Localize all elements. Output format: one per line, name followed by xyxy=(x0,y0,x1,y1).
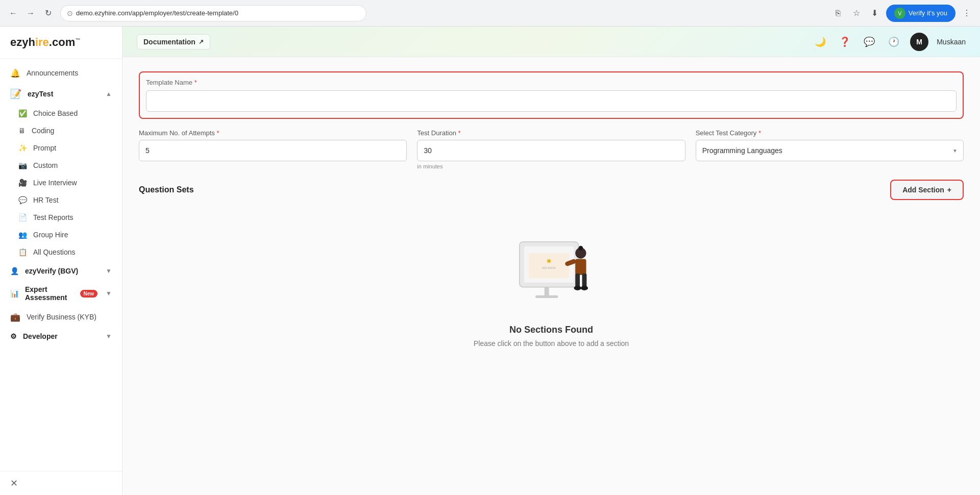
max-attempts-label: Maximum No. of Attempts * xyxy=(139,129,407,137)
add-section-label: Add Section xyxy=(902,186,944,194)
ezybgv-chevron-icon: ▼ xyxy=(106,267,112,275)
logo: ezyhire.com™ xyxy=(10,36,112,49)
ezytest-icon: 📝 xyxy=(10,88,21,100)
verify-business-icon: 💼 xyxy=(10,312,20,322)
announcements-label: Announcements xyxy=(27,69,78,77)
test-category-select[interactable]: Programming Languages Data Structures Al… xyxy=(696,140,964,161)
all-questions-label: All Questions xyxy=(33,248,75,256)
svg-rect-3 xyxy=(535,295,558,298)
external-link-icon: ↗ xyxy=(199,38,204,45)
svg-point-14 xyxy=(578,246,583,251)
add-section-plus-icon: + xyxy=(947,186,951,194)
sidebar-item-live-interview[interactable]: 🎥 Live Interview xyxy=(0,174,122,191)
sidebar-item-group-hire[interactable]: 👥 Group Hire xyxy=(0,226,122,243)
prompt-label: Prompt xyxy=(33,144,56,152)
choice-based-label: Choice Based xyxy=(33,109,78,117)
test-duration-col: Test Duration * in minutes xyxy=(417,129,685,169)
close-sidebar-button[interactable]: ✕ xyxy=(10,478,112,489)
empty-title: No Sections Found xyxy=(509,325,593,335)
sidebar-item-developer[interactable]: ⚙ Developer ▼ xyxy=(0,327,122,345)
expert-assessment-icon: 📊 xyxy=(10,289,19,298)
max-attempts-input[interactable] xyxy=(139,140,407,161)
top-bar: Documentation ↗ 🌙 ❓ 💬 🕐 M Muskaan xyxy=(122,27,980,57)
form-area: Template Name * Maximum No. of Attempts … xyxy=(122,57,980,495)
reload-button[interactable]: ↻ xyxy=(41,6,55,20)
logo-area: ezyhire.com™ xyxy=(0,27,122,59)
ezybgv-label: ezyVerify (BGV) xyxy=(25,267,78,275)
coding-label: Coding xyxy=(32,127,54,135)
sidebar-item-choice-based[interactable]: ✅ Choice Based xyxy=(0,105,122,122)
menu-button[interactable]: ⋮ xyxy=(960,6,974,20)
svg-text:NO DATA: NO DATA xyxy=(542,266,556,269)
test-duration-label: Test Duration * xyxy=(417,129,685,137)
documentation-button[interactable]: Documentation ↗ xyxy=(137,34,210,50)
expert-assessment-badge: New xyxy=(80,290,98,298)
help-button[interactable]: ❓ xyxy=(837,34,853,50)
user-name: Muskaan xyxy=(937,38,966,46)
question-sets-title: Question Sets xyxy=(139,185,194,194)
back-button[interactable]: ← xyxy=(6,6,20,20)
sidebar-item-prompt[interactable]: ✨ Prompt xyxy=(0,139,122,157)
developer-icon: ⚙ xyxy=(10,332,17,340)
sidebar-item-verify-business[interactable]: 💼 Verify Business (KYB) xyxy=(0,307,122,327)
dark-mode-button[interactable]: 🌙 xyxy=(812,34,828,50)
ezytest-subitems: ✅ Choice Based 🖥 Coding ✨ Prompt 📷 Custo… xyxy=(0,105,122,261)
template-name-input[interactable] xyxy=(146,90,957,112)
test-category-label: Select Test Category * xyxy=(696,129,964,137)
url-text: demo.ezyhire.com/app/employer/test/creat… xyxy=(76,9,238,17)
verify-browser-button[interactable]: V Verify it's you xyxy=(886,5,955,22)
forward-button[interactable]: → xyxy=(23,6,38,20)
sidebar-item-coding[interactable]: 🖥 Coding xyxy=(0,122,122,139)
svg-text:😕: 😕 xyxy=(547,259,551,263)
test-category-select-wrapper: Programming Languages Data Structures Al… xyxy=(696,140,964,161)
sidebar-item-hr-test[interactable]: 💬 HR Test xyxy=(0,191,122,209)
sidebar-bottom: ✕ xyxy=(0,471,122,495)
history-button[interactable]: 🕐 xyxy=(886,34,902,50)
expert-assessment-chevron-icon: ▼ xyxy=(106,290,112,297)
documentation-label: Documentation xyxy=(143,38,195,46)
test-reports-label: Test Reports xyxy=(33,213,74,221)
close-icon: ✕ xyxy=(10,478,18,489)
sidebar-item-test-reports[interactable]: 📄 Test Reports xyxy=(0,209,122,226)
browser-chrome: ← → ↻ ⊙ demo.ezyhire.com/app/employer/te… xyxy=(0,0,980,27)
download-button[interactable]: ⬇ xyxy=(868,6,882,20)
sidebar-item-announcements[interactable]: 🔔 Announcements xyxy=(0,63,122,83)
messages-button[interactable]: 💬 xyxy=(861,34,877,50)
sidebar-item-ezytest[interactable]: 📝 ezyTest ▲ xyxy=(0,83,122,105)
user-initial: M xyxy=(916,38,922,46)
sidebar-nav: 🔔 Announcements 📝 ezyTest ▲ ✅ Choice Bas… xyxy=(0,59,122,471)
browser-actions: ⎘ ☆ ⬇ V Verify it's you ⋮ xyxy=(831,5,974,22)
sidebar-item-ezybgv[interactable]: 👤 ezyVerify (BGV) ▼ xyxy=(0,261,122,280)
sidebar-item-all-questions[interactable]: 📋 All Questions xyxy=(0,243,122,261)
test-duration-note: in minutes xyxy=(417,163,685,169)
cast-button[interactable]: ⎘ xyxy=(831,6,845,20)
ezytest-label: ezyTest xyxy=(28,90,53,98)
template-name-required: * xyxy=(194,79,197,86)
svg-point-12 xyxy=(581,286,588,290)
custom-icon: 📷 xyxy=(18,161,27,169)
expert-assessment-label: Expert Assessment xyxy=(25,285,71,302)
browser-nav-buttons: ← → ↻ xyxy=(6,6,55,20)
svg-rect-10 xyxy=(582,274,586,287)
ezytest-chevron-icon: ▲ xyxy=(106,90,112,97)
sidebar-item-expert-assessment[interactable]: 📊 Expert Assessment New ▼ xyxy=(0,280,122,307)
svg-rect-2 xyxy=(545,287,549,296)
main-content: Documentation ↗ 🌙 ❓ 💬 🕐 M Muskaan Templa… xyxy=(122,27,980,495)
svg-rect-8 xyxy=(575,259,586,275)
logo-text: ezyhire.com™ xyxy=(10,36,80,49)
verify-btn-label: Verify it's you xyxy=(909,9,947,17)
test-category-col: Select Test Category * Programming Langu… xyxy=(696,129,964,161)
add-section-button[interactable]: Add Section + xyxy=(890,180,964,200)
form-fields-row: Maximum No. of Attempts * Test Duration … xyxy=(139,129,964,169)
test-duration-input[interactable] xyxy=(417,140,685,161)
developer-label: Developer xyxy=(23,332,58,340)
prompt-icon: ✨ xyxy=(18,144,27,152)
sidebar-item-custom[interactable]: 📷 Custom xyxy=(0,157,122,174)
bell-icon: 🔔 xyxy=(10,68,20,78)
custom-label: Custom xyxy=(33,161,58,169)
address-bar[interactable]: ⊙ demo.ezyhire.com/app/employer/test/cre… xyxy=(60,5,366,21)
user-avatar[interactable]: M xyxy=(910,33,928,51)
empty-subtitle: Please click on the button above to add … xyxy=(474,339,629,348)
question-sets-header: Question Sets Add Section + xyxy=(139,180,964,200)
bookmark-button[interactable]: ☆ xyxy=(849,6,864,20)
